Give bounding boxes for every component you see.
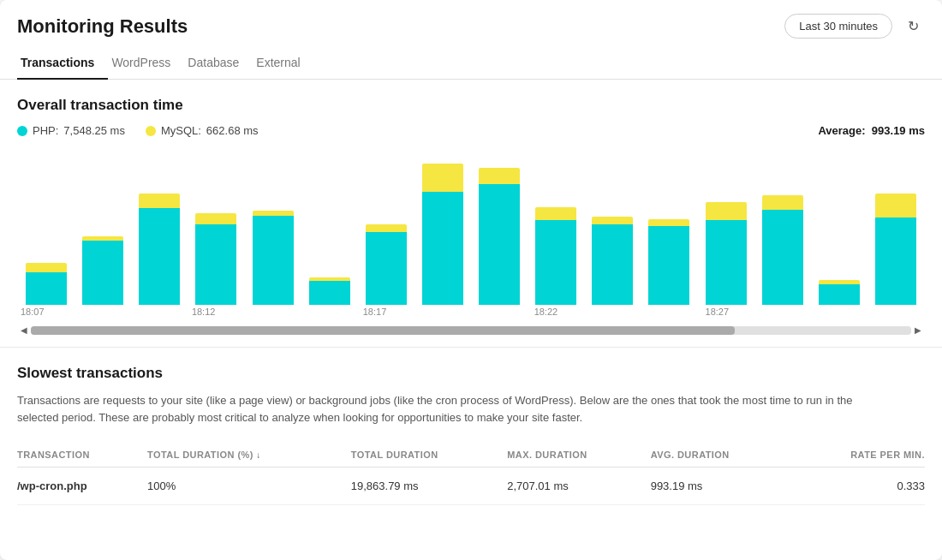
bar-stack <box>530 207 581 305</box>
mysql-legend-label: MySQL: <box>161 124 201 137</box>
bar-group <box>417 164 468 305</box>
cell-total-duration: 19,863.79 ms <box>351 468 507 505</box>
php-bar <box>762 210 803 305</box>
bar-group <box>701 202 752 305</box>
chart-x-axis: 18:0718:1218:1718:2218:27 <box>21 307 921 324</box>
bar-stack <box>77 236 128 305</box>
bar-group <box>643 219 695 305</box>
cell-rate: 0.333 <box>792 468 925 505</box>
mysql-legend-item: MySQL: 662.68 ms <box>146 124 259 137</box>
table-body: /wp-cron.php100%19,863.79 ms2,707.01 ms9… <box>17 468 925 505</box>
bar-group <box>247 211 299 305</box>
bar-stack <box>247 211 299 305</box>
bar-stack <box>361 224 412 305</box>
mysql-bar <box>648 219 689 226</box>
php-bar <box>195 224 236 305</box>
bar-stack <box>134 194 185 305</box>
mysql-bar <box>479 168 520 184</box>
php-bar <box>26 272 67 305</box>
time-range-button[interactable]: Last 30 minutes <box>784 14 892 39</box>
bar-stack <box>701 202 752 305</box>
mysql-bar <box>139 194 180 208</box>
php-legend-value: 7,548.25 ms <box>63 124 125 137</box>
bar-stack <box>304 277 355 305</box>
col-total-duration: TOTAL DURATION <box>351 443 507 468</box>
chart-x-label: 18:22 <box>534 307 558 317</box>
chart-legend: PHP: 7,548.25 ms MySQL: 662.68 ms Averag… <box>17 124 925 137</box>
bar-stack <box>870 194 921 305</box>
php-bar <box>479 184 520 305</box>
tab-external[interactable]: External <box>253 49 313 80</box>
bar-stack <box>814 280 865 305</box>
mysql-bar <box>535 207 576 220</box>
col-rate-per-min: RATE PER MIN. <box>792 443 925 468</box>
bar-stack <box>21 263 72 305</box>
php-legend-item: PHP: 7,548.25 ms <box>17 124 125 137</box>
average-value: 993.19 ms <box>872 124 925 137</box>
scrollbar-thumb <box>31 326 735 335</box>
cell-max-duration: 2,707.01 ms <box>507 468 650 505</box>
chart-title: Overall transaction time <box>17 97 925 114</box>
bar-group <box>21 263 72 305</box>
scroll-left-arrow[interactable]: ◀ <box>17 325 31 335</box>
col-avg-duration: AVG. DURATION <box>651 443 792 468</box>
mysql-bar <box>875 194 916 217</box>
tab-transactions[interactable]: Transactions <box>17 49 108 80</box>
php-bar <box>422 192 463 305</box>
cell-avg-duration: 993.19 ms <box>651 468 792 505</box>
mysql-bar <box>762 195 803 210</box>
php-dot <box>17 126 27 136</box>
bar-group <box>190 213 241 305</box>
tab-bar: Transactions WordPress Database External <box>0 49 942 80</box>
bar-group <box>814 280 865 305</box>
php-bar <box>648 226 689 305</box>
bar-group <box>870 194 921 305</box>
bar-stack <box>587 217 638 305</box>
cell-transaction: /wp-cron.php <box>17 468 147 505</box>
bar-stack <box>190 213 241 305</box>
php-bar <box>82 241 123 305</box>
bar-stack <box>643 219 695 305</box>
bar-group <box>587 217 638 305</box>
mysql-dot <box>146 126 156 136</box>
php-bar <box>366 232 407 305</box>
php-bar <box>592 224 633 305</box>
tab-wordpress[interactable]: WordPress <box>108 49 184 80</box>
bar-stack <box>474 168 525 305</box>
scrollbar-track[interactable] <box>31 326 911 335</box>
mysql-bar <box>706 202 747 220</box>
mysql-legend-value: 662.68 ms <box>206 124 259 137</box>
sort-arrow: ↓ <box>256 450 260 460</box>
scroll-right-arrow[interactable]: ▶ <box>911 325 925 335</box>
bar-group <box>77 236 128 305</box>
tab-database[interactable]: Database <box>184 49 253 80</box>
col-transaction: TRANSACTION <box>17 443 147 468</box>
chart-scrollbar-row: ◀ ▶ <box>17 322 925 338</box>
refresh-button[interactable]: ↻ <box>901 15 925 39</box>
php-bar <box>535 220 576 305</box>
slowest-table: TRANSACTION TOTAL DURATION (%) ↓ TOTAL D… <box>17 443 925 505</box>
mysql-bar <box>592 217 633 224</box>
chart-x-label: 18:27 <box>706 307 730 317</box>
average-legend: Average: 993.19 ms <box>818 124 925 137</box>
slowest-title: Slowest transactions <box>17 365 925 382</box>
col-max-duration: MAX. DURATION <box>507 443 650 468</box>
bar-stack <box>417 164 468 305</box>
mysql-bar <box>366 224 407 232</box>
average-label: Average: <box>818 124 865 137</box>
bar-group <box>757 195 808 305</box>
bar-chart: 18:0718:1218:1718:2218:27 <box>17 151 925 322</box>
mysql-bar <box>195 213 236 224</box>
cell-total-pct: 100% <box>147 468 351 505</box>
slowest-description: Transactions are requests to your site (… <box>17 392 879 426</box>
chart-x-label: 18:17 <box>363 307 387 317</box>
bar-group <box>304 277 355 305</box>
bar-group <box>134 194 185 305</box>
chart-bars-container <box>17 151 925 305</box>
chart-x-label: 18:12 <box>192 307 216 317</box>
mysql-bar <box>422 164 463 192</box>
php-bar <box>139 208 180 305</box>
chart-x-label: 18:07 <box>21 307 45 317</box>
slowest-section: Slowest transactions Transactions are re… <box>0 347 942 505</box>
header-controls: Last 30 minutes ↻ <box>784 14 925 39</box>
